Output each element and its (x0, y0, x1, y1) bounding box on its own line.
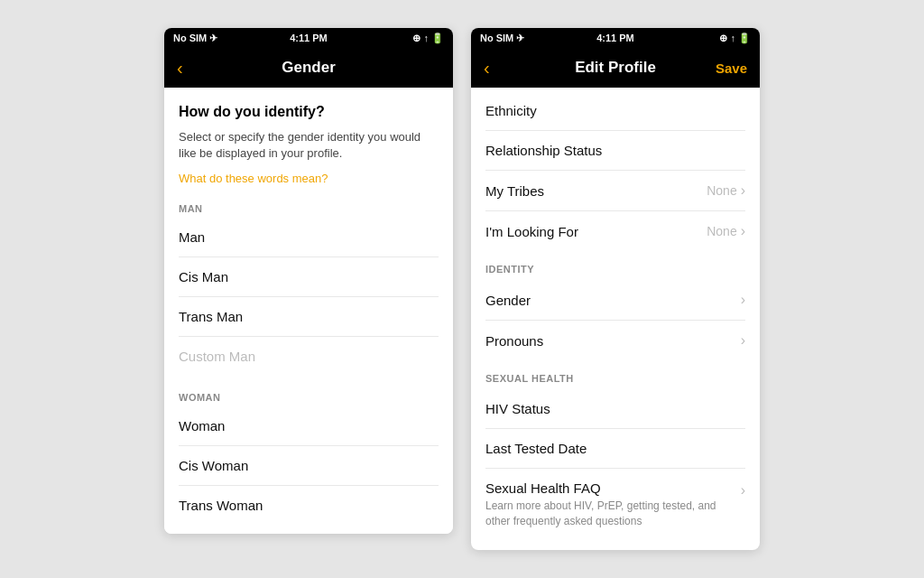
gender-screen: No SIM ✈ 4:11 PM ⊕ ↑ 🔋 ‹ Gender How do y… (164, 28, 453, 533)
status-time-right: 4:11 PM (596, 33, 634, 43)
profile-row-tested[interactable]: Last Tested Date (485, 429, 745, 469)
option-cis-woman[interactable]: Cis Woman (179, 446, 439, 486)
option-custom-man[interactable]: Custom Man (179, 337, 439, 376)
status-right-left: ⊕ ↑ 🔋 (412, 33, 444, 44)
sexual-health-section-header: SEXUAL HEALTH (485, 360, 745, 389)
profile-content: Ethnicity Relationship Status My Tribes … (471, 88, 760, 550)
nav-title-right: Edit Profile (575, 59, 656, 77)
tribes-right: None › (707, 182, 745, 199)
status-right-right: ⊕ ↑ 🔋 (719, 33, 751, 44)
screens-wrapper: No SIM ✈ 4:11 PM ⊕ ↑ 🔋 ‹ Gender How do y… (164, 28, 760, 550)
gender-label: Gender (485, 293, 531, 308)
relationship-label: Relationship Status (485, 143, 602, 158)
profile-row-pronouns[interactable]: Pronouns › (485, 321, 745, 360)
tribes-label: My Tribes (485, 183, 544, 199)
back-button-right[interactable]: ‹ (484, 58, 490, 79)
identity-section-header: IDENTITY (485, 251, 745, 280)
man-section-label: MAN (179, 203, 439, 214)
gender-content: How do you identify? Select or specify t… (164, 88, 453, 533)
option-woman[interactable]: Woman (179, 406, 439, 446)
nav-title-left: Gender (282, 59, 336, 77)
how-identify-heading: How do you identify? (179, 104, 439, 120)
status-bar-left: No SIM ✈ 4:11 PM ⊕ ↑ 🔋 (164, 28, 453, 48)
faq-sub: Learn more about HIV, PrEP, getting test… (485, 499, 741, 529)
man-options: Man Cis Man Trans Man Custom Man (179, 218, 439, 376)
woman-section-label: WOMAN (179, 392, 439, 403)
looking-right: None › (707, 223, 745, 239)
option-trans-woman[interactable]: Trans Woman (179, 486, 439, 525)
gender-chevron-icon: › (741, 292, 745, 308)
option-man[interactable]: Man (179, 218, 439, 257)
save-button[interactable]: Save (716, 61, 747, 76)
status-bar-right: No SIM ✈ 4:11 PM ⊕ ↑ 🔋 (471, 28, 760, 48)
faq-chevron-icon: › (741, 482, 745, 499)
looking-value: None (707, 224, 736, 238)
identity-rows: Gender › Pronouns › (485, 280, 745, 360)
top-rows: Ethnicity Relationship Status My Tribes … (485, 91, 745, 251)
tested-label: Last Tested Date (485, 441, 587, 456)
profile-row-looking[interactable]: I'm Looking For None › (485, 211, 745, 251)
status-time-left: 4:11 PM (290, 33, 328, 43)
gender-subtitle: Select or specify the gender identity yo… (179, 129, 439, 162)
option-cis-man[interactable]: Cis Man (179, 257, 439, 297)
status-left: No SIM ✈ (173, 33, 217, 44)
faq-content: Sexual Health FAQ Learn more about HIV, … (485, 480, 741, 529)
ethnicity-label: Ethnicity (485, 103, 537, 118)
profile-row-tribes[interactable]: My Tribes None › (485, 171, 745, 211)
tribes-value: None (707, 183, 736, 198)
hiv-label: HIV Status (485, 401, 550, 416)
edit-profile-screen: No SIM ✈ 4:11 PM ⊕ ↑ 🔋 ‹ Edit Profile Sa… (471, 28, 760, 550)
profile-row-hiv[interactable]: HIV Status (485, 389, 745, 429)
profile-row-ethnicity[interactable]: Ethnicity (485, 91, 745, 131)
status-left-right: No SIM ✈ (480, 33, 524, 44)
pronouns-chevron-icon: › (741, 332, 745, 349)
profile-row-gender[interactable]: Gender › (485, 280, 745, 321)
pronouns-label: Pronouns (485, 333, 543, 349)
option-trans-man[interactable]: Trans Man (179, 297, 439, 337)
woman-options: Woman Cis Woman Trans Woman (179, 406, 439, 525)
faq-label: Sexual Health FAQ (485, 480, 741, 496)
nav-bar-right: ‹ Edit Profile Save (471, 48, 760, 88)
nav-bar-left: ‹ Gender (164, 48, 453, 88)
profile-row-faq[interactable]: Sexual Health FAQ Learn more about HIV, … (485, 469, 745, 541)
back-button-left[interactable]: ‹ (177, 58, 183, 79)
looking-chevron-icon: › (741, 223, 745, 239)
words-link[interactable]: What do these words mean? (179, 172, 439, 185)
health-rows: HIV Status Last Tested Date Sexual Healt… (485, 389, 745, 541)
profile-row-relationship[interactable]: Relationship Status (485, 131, 745, 171)
tribes-chevron-icon: › (741, 182, 745, 199)
looking-label: I'm Looking For (485, 224, 578, 239)
